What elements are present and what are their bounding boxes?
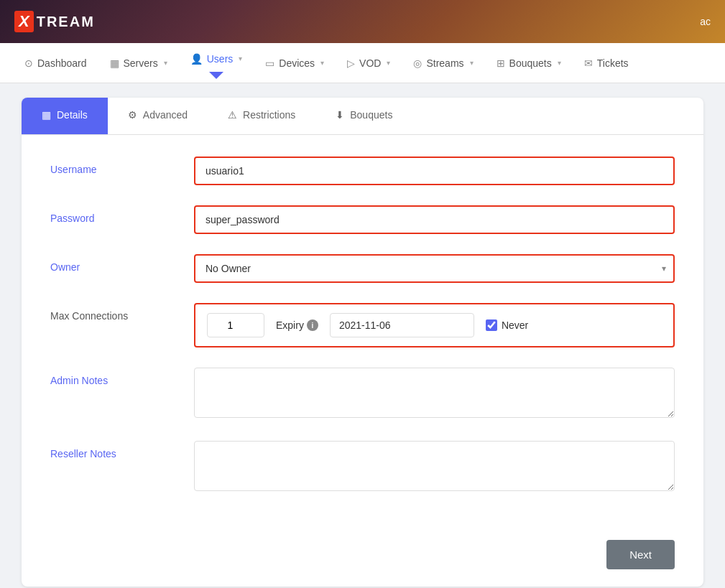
username-label: Username [50, 157, 180, 175]
max-connections-row: Max Connections Expiry i Never [50, 303, 675, 347]
advanced-tab-icon: ⚙ [128, 109, 137, 121]
form-footer: Next [22, 528, 703, 587]
never-text: Never [502, 319, 528, 331]
tickets-icon: ✉ [584, 57, 593, 69]
nav-label-users: Users [207, 53, 234, 65]
password-label: Password [50, 205, 180, 224]
nav-item-bouquets[interactable]: ⊞ Bouquets ▾ [486, 52, 571, 75]
nav-users-wrapper: 👤 Users ▾ [180, 47, 253, 79]
bouquets-chevron: ▾ [558, 59, 561, 67]
admin-notes-textarea[interactable] [194, 368, 675, 418]
never-checkbox[interactable] [486, 319, 497, 331]
expiry-date-input[interactable] [330, 313, 474, 337]
expiry-info-icon: i [307, 319, 318, 331]
nav-label-servers: Servers [124, 57, 158, 69]
vod-icon: ▷ [347, 57, 355, 69]
nav-bar: ⊙ Dashboard ▦ Servers ▾ 👤 Users ▾ ▭ Devi… [0, 43, 725, 83]
nav-item-tickets[interactable]: ✉ Tickets [574, 52, 639, 75]
nav-item-vod[interactable]: ▷ VOD ▾ [337, 52, 400, 75]
username-row: Username [50, 157, 675, 185]
main-card: ▦ Details ⚙ Advanced ⚠ Restrictions ⬇ Bo… [22, 98, 703, 587]
tab-bouquets-label: Bouquets [350, 109, 392, 121]
tab-advanced[interactable]: ⚙ Advanced [108, 98, 208, 134]
top-header: X TREAM ac [0, 0, 725, 43]
nav-item-users[interactable]: 👤 Users ▾ [180, 47, 253, 70]
reseller-notes-textarea[interactable] [194, 441, 675, 491]
devices-chevron: ▾ [320, 59, 324, 67]
owner-select-wrapper: No Owner ▾ [194, 254, 675, 283]
max-connections-wrapper: Expiry i Never [194, 303, 675, 347]
tab-details-label: Details [57, 109, 88, 121]
vod-chevron: ▾ [387, 59, 390, 67]
servers-chevron: ▾ [164, 59, 167, 67]
bouquets-icon: ⊞ [497, 57, 505, 69]
servers-icon: ▦ [110, 57, 119, 69]
password-row: Password [50, 205, 675, 234]
details-tab-icon: ▦ [42, 109, 51, 121]
streams-chevron: ▾ [470, 59, 474, 67]
tab-advanced-label: Advanced [143, 109, 188, 121]
devices-icon: ▭ [265, 57, 274, 69]
owner-select[interactable]: No Owner [194, 254, 675, 283]
nav-label-streams: Streams [426, 57, 463, 69]
next-button[interactable]: Next [606, 540, 675, 569]
dashboard-icon: ⊙ [24, 57, 33, 69]
password-input[interactable] [194, 205, 675, 234]
owner-label: Owner [50, 254, 180, 273]
password-wrapper [194, 205, 675, 234]
admin-notes-wrapper [194, 368, 675, 421]
nav-label-tickets: Tickets [597, 57, 629, 69]
connections-group: Expiry i Never [194, 303, 675, 347]
tab-bar: ▦ Details ⚙ Advanced ⚠ Restrictions ⬇ Bo… [22, 98, 703, 135]
reseller-notes-wrapper [194, 441, 675, 494]
never-label[interactable]: Never [486, 319, 528, 331]
nav-item-devices[interactable]: ▭ Devices ▾ [255, 52, 334, 75]
owner-wrapper: No Owner ▾ [194, 254, 675, 283]
main-content: ▦ Details ⚙ Advanced ⚠ Restrictions ⬇ Bo… [0, 83, 725, 588]
max-connections-label: Max Connections [50, 303, 180, 322]
max-connections-input[interactable] [207, 313, 264, 337]
users-dropdown-arrow [209, 72, 223, 79]
tab-bouquets[interactable]: ⬇ Bouquets [315, 98, 412, 134]
nav-label-devices: Devices [279, 57, 315, 69]
admin-notes-label: Admin Notes [50, 368, 180, 386]
nav-item-streams[interactable]: ◎ Streams ▾ [403, 52, 483, 75]
expiry-text: Expiry [276, 319, 304, 331]
nav-item-servers[interactable]: ▦ Servers ▾ [100, 52, 177, 75]
users-icon: 👤 [190, 53, 203, 65]
streams-icon: ◎ [413, 57, 422, 69]
header-user: ac [700, 16, 711, 27]
nav-item-dashboard[interactable]: ⊙ Dashboard [14, 52, 97, 75]
expiry-label: Expiry i [276, 319, 318, 331]
username-wrapper [194, 157, 675, 185]
nav-label-vod: VOD [359, 57, 381, 69]
username-input[interactable] [194, 157, 675, 185]
logo-x: X [14, 11, 34, 32]
admin-notes-row: Admin Notes [50, 368, 675, 421]
reseller-notes-label: Reseller Notes [50, 441, 180, 459]
logo-tream: TREAM [37, 14, 95, 30]
form-body: Username Password Owner No Owner [22, 135, 703, 528]
tab-restrictions-label: Restrictions [243, 109, 295, 121]
nav-label-dashboard: Dashboard [37, 57, 87, 69]
bouquets-tab-icon: ⬇ [336, 109, 344, 121]
logo: X TREAM [14, 11, 95, 32]
tab-restrictions[interactable]: ⚠ Restrictions [208, 98, 315, 134]
restrictions-tab-icon: ⚠ [228, 109, 237, 121]
owner-row: Owner No Owner ▾ [50, 254, 675, 283]
reseller-notes-row: Reseller Notes [50, 441, 675, 494]
nav-label-bouquets: Bouquets [509, 57, 552, 69]
users-chevron: ▾ [239, 55, 242, 62]
tab-details[interactable]: ▦ Details [22, 98, 108, 134]
